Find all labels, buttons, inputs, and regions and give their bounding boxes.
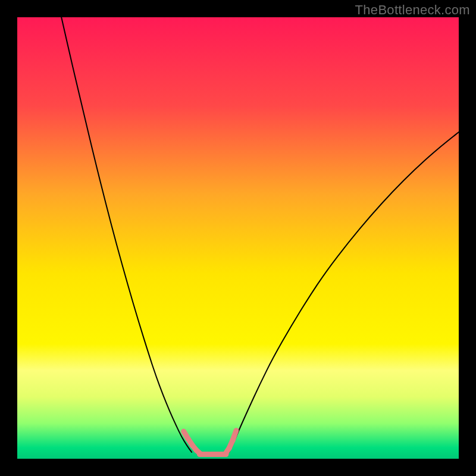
watermark-text: TheBottleneck.com bbox=[355, 2, 470, 18]
bottleneck-plot bbox=[0, 0, 476, 476]
graphic-frame: TheBottleneck.com bbox=[0, 0, 476, 476]
plot-background bbox=[17, 17, 459, 459]
series-right-ticks-seg bbox=[233, 431, 236, 440]
